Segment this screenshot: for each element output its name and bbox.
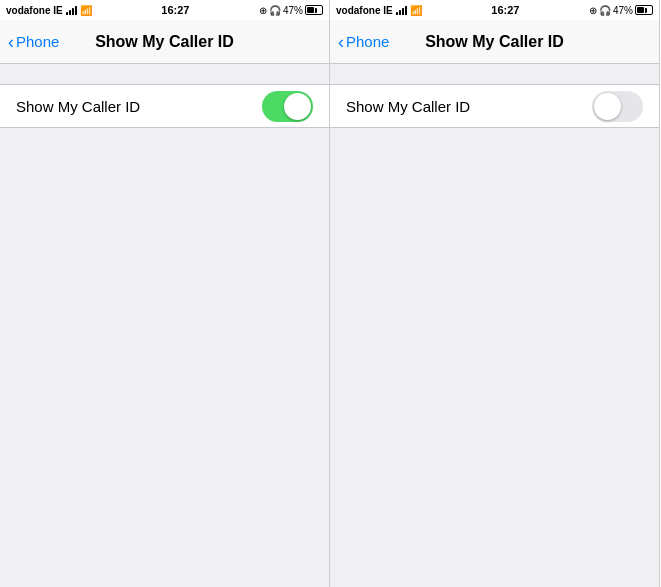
battery-pct: 47% — [283, 5, 303, 16]
signal-bars-right — [396, 5, 407, 15]
caller-id-row-right: Show My Caller ID — [330, 84, 659, 128]
back-button-left[interactable]: ‹ Phone — [8, 33, 59, 51]
carrier-label-right: vodafone IE — [336, 5, 393, 16]
signal-bar-2 — [69, 10, 71, 15]
status-right: ⊕ 🎧 47% — [259, 5, 323, 16]
content-left: Show My Caller ID — [0, 64, 329, 587]
back-chevron-icon-right: ‹ — [338, 33, 344, 51]
status-bar-left: vodafone IE 📶 16:27 ⊕ 🎧 47% — [0, 0, 329, 20]
status-left: vodafone IE 📶 — [6, 5, 92, 16]
toggle-knob-off — [594, 93, 621, 120]
signal-bar-1 — [66, 12, 68, 15]
battery-tip-right — [645, 8, 647, 13]
caller-id-row-left: Show My Caller ID — [0, 84, 329, 128]
battery-icon — [305, 5, 323, 15]
time-display: 16:27 — [161, 4, 189, 16]
back-label-left: Phone — [16, 33, 59, 50]
nav-bar-left: ‹ Phone Show My Caller ID — [0, 20, 329, 64]
status-bar-right: vodafone IE 📶 16:27 ⊕ 🎧 47% — [330, 0, 659, 20]
location-icon-right: ⊕ — [589, 5, 597, 16]
status-right-right: ⊕ 🎧 47% — [589, 5, 653, 16]
wifi-icon: 📶 — [80, 5, 92, 16]
signal-bar-3 — [72, 8, 74, 15]
back-label-right: Phone — [346, 33, 389, 50]
signal-bar-r1 — [396, 12, 398, 15]
content-right: Show My Caller ID — [330, 64, 659, 587]
signal-bar-r4 — [405, 6, 407, 15]
signal-bars — [66, 5, 77, 15]
battery-icon-right — [635, 5, 653, 15]
headphones-icon-right: 🎧 — [599, 5, 611, 16]
battery-tip — [315, 8, 317, 13]
time-display-right: 16:27 — [491, 4, 519, 16]
caller-id-label-right: Show My Caller ID — [346, 98, 470, 115]
battery-pct-right: 47% — [613, 5, 633, 16]
nav-bar-right: ‹ Phone Show My Caller ID — [330, 20, 659, 64]
signal-bar-r3 — [402, 8, 404, 15]
caller-id-toggle-on[interactable] — [262, 91, 313, 122]
headphones-icon: 🎧 — [269, 5, 281, 16]
toggle-knob-on — [284, 93, 311, 120]
nav-title-left: Show My Caller ID — [95, 33, 234, 51]
carrier-label: vodafone IE — [6, 5, 63, 16]
caller-id-toggle-off[interactable] — [592, 91, 643, 122]
signal-bar-r2 — [399, 10, 401, 15]
phone-screen-on: vodafone IE 📶 16:27 ⊕ 🎧 47% ‹ Phone S — [0, 0, 330, 587]
status-left-right: vodafone IE 📶 — [336, 5, 422, 16]
phone-screen-off: vodafone IE 📶 16:27 ⊕ 🎧 47% ‹ Phone S — [330, 0, 660, 587]
location-icon: ⊕ — [259, 5, 267, 16]
signal-bar-4 — [75, 6, 77, 15]
back-chevron-icon: ‹ — [8, 33, 14, 51]
caller-id-label-left: Show My Caller ID — [16, 98, 140, 115]
back-button-right[interactable]: ‹ Phone — [338, 33, 389, 51]
battery-fill-right — [637, 7, 644, 13]
wifi-icon-right: 📶 — [410, 5, 422, 16]
battery-fill — [307, 7, 314, 13]
nav-title-right: Show My Caller ID — [425, 33, 564, 51]
